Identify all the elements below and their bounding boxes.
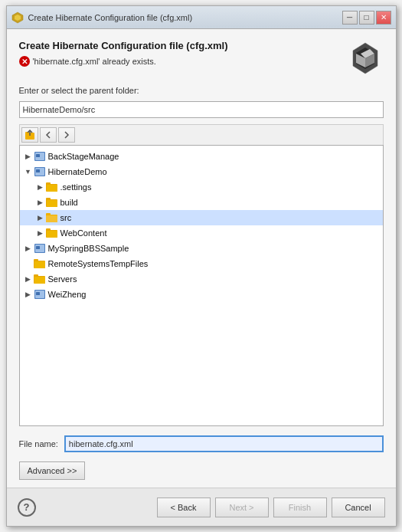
forward-nav-button[interactable] [58,127,75,143]
close-button[interactable]: ✕ [376,11,391,25]
tree-item-icon [34,242,46,255]
advanced-button[interactable]: Advanced >> [19,461,86,480]
tree-item[interactable]: RemoteSystemsTempFiles [20,256,383,271]
tree-item-icon [46,212,58,224]
tree-expand-arrow: ▶ [35,183,46,191]
tree-item[interactable]: ▶ MySpringBBSSample [20,241,383,256]
cancel-button[interactable]: Cancel [332,498,385,517]
tree-expand-arrow: ▶ [35,229,46,237]
svg-rect-39 [36,292,40,295]
hibernate-logo [347,40,384,77]
svg-rect-18 [47,185,57,192]
error-message: 'hibernate.cfg.xml' already exists. [33,57,156,66]
dialog-header-left: Create Hibernate Configuration file (cfg… [19,40,347,67]
tree-item-label: BackStageManage [48,152,119,161]
svg-rect-24 [46,215,57,222]
tree-expand-arrow: ▶ [35,214,46,222]
svg-rect-33 [34,261,45,268]
folder-tree[interactable]: ▶ BackStageManage▼ HibernateDemo▶ .setti… [19,145,384,426]
tree-item-label: RemoteSystemsTempFiles [48,259,149,268]
error-row: ✕ 'hibernate.cfg.xml' already exists. [19,56,347,67]
next-button[interactable]: Next > [215,498,269,517]
tree-item-icon [46,181,58,193]
help-button[interactable]: ? [18,498,36,517]
folder-input[interactable] [19,101,384,118]
title-bar-buttons: ─ □ ✕ [342,11,391,25]
tree-expand-arrow: ▶ [23,291,34,298]
back-button[interactable]: < Back [157,498,211,517]
tree-item-label: WebContent [60,228,107,238]
button-bar: ? < Back Next > Finish Cancel [7,488,396,526]
tree-expand-arrow: ▼ [23,168,34,176]
tree-expand-arrow: ▶ [23,153,34,160]
error-icon: ✕ [19,56,30,67]
tree-item[interactable]: ▶ WebContent [20,225,383,241]
dialog-title: Create Hibernate Configuration file (cfg… [19,40,347,51]
tree-item-label: HibernateDemo [48,167,107,176]
advanced-section: Advanced >> [19,458,384,480]
tree-item[interactable]: ▶ BackStageManage [20,149,383,164]
tree-item-icon [46,196,58,209]
tree-item[interactable]: ▶ build [20,195,383,210]
tree-item-label: build [60,198,78,207]
tree-item-icon [34,273,46,285]
tree-item[interactable]: ▶ .settings [20,179,383,195]
svg-rect-27 [47,231,57,238]
maximize-button[interactable]: □ [359,11,374,25]
file-name-input[interactable] [64,435,384,452]
tree-item-icon [34,258,46,270]
finish-button[interactable]: Finish [273,498,327,517]
svg-rect-21 [47,200,57,207]
tree-item[interactable]: ▶ Servers [20,271,383,287]
tree-item-label: src [60,213,72,222]
tree-item-icon [46,227,58,239]
svg-rect-15 [36,169,40,172]
svg-rect-36 [34,277,45,284]
dialog-content: Create Hibernate Configuration file (cfg… [7,29,396,488]
tree-item-icon [34,150,46,163]
dialog-app-icon [11,11,24,24]
svg-rect-12 [36,154,40,157]
dialog-header: Create Hibernate Configuration file (cfg… [19,40,384,77]
title-bar-label: Create Hibernate Configuration file (cfg… [28,13,193,22]
tree-item-icon [34,288,46,300]
parent-folder-button[interactable] [21,127,38,143]
tree-toolbar [19,124,384,145]
tree-expand-arrow: ▶ [23,245,34,252]
minimize-button[interactable]: ─ [342,11,358,25]
tree-item-label: Servers [48,274,77,284]
tree-expand-arrow: ▶ [35,199,46,206]
nav-buttons: < Back Next > Finish Cancel [157,498,385,517]
folder-label: Enter or select the parent folder: [19,86,384,95]
dialog-window: Create Hibernate Configuration file (cfg… [6,5,397,527]
tree-expand-arrow: ▶ [23,275,34,283]
file-name-row: File name: [19,435,384,452]
title-bar-left: Create Hibernate Configuration file (cfg… [11,11,193,24]
tree-item-label: MySpringBBSSample [48,244,129,253]
tree-item[interactable]: ▶ src [20,210,383,225]
file-name-label: File name: [19,439,58,448]
svg-rect-30 [36,246,40,249]
tree-item-label: .settings [60,182,92,192]
tree-item-label: WeiZheng [48,290,87,299]
back-nav-button[interactable] [40,127,57,143]
tree-item[interactable]: ▼ HibernateDemo [20,164,383,179]
tree-item[interactable]: ▶ WeiZheng [20,287,383,302]
tree-item-icon [34,166,46,178]
title-bar: Create Hibernate Configuration file (cfg… [7,6,396,29]
